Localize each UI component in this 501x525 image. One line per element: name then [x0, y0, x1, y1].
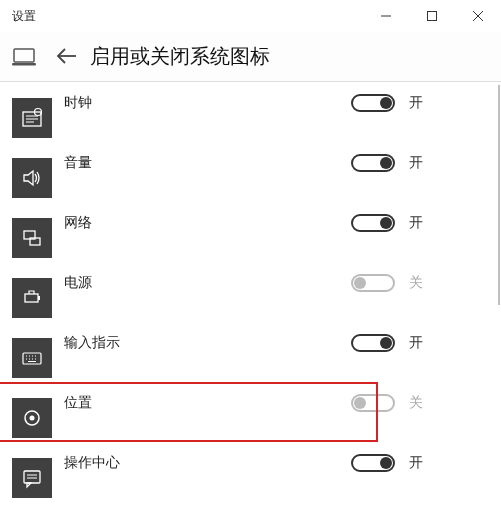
- row-clock-label: 时钟: [64, 88, 351, 112]
- row-power: 电源 关: [12, 268, 501, 328]
- svg-rect-1: [428, 12, 437, 21]
- close-button[interactable]: [455, 0, 501, 32]
- svg-marker-30: [27, 483, 31, 487]
- row-power-label: 电源: [64, 268, 351, 292]
- row-action-center: 操作中心 开: [12, 448, 501, 508]
- row-volume: 音量 开: [12, 148, 501, 208]
- toggle-location: [351, 394, 395, 412]
- svg-rect-15: [25, 294, 38, 302]
- row-location-label: 位置: [64, 388, 351, 412]
- page-title: 启用或关闭系统图标: [90, 43, 270, 70]
- svg-rect-4: [14, 49, 34, 62]
- scrollbar[interactable]: [498, 85, 500, 305]
- svg-rect-29: [24, 471, 40, 483]
- row-input-label: 输入指示: [64, 328, 351, 352]
- page-header: 启用或关闭系统图标: [0, 32, 501, 82]
- svg-point-28: [30, 416, 35, 421]
- minimize-button[interactable]: [363, 0, 409, 32]
- toggle-network[interactable]: [351, 214, 395, 232]
- svg-marker-12: [24, 171, 33, 185]
- toggle-input-state: 开: [409, 334, 423, 352]
- toggle-action-center[interactable]: [351, 454, 395, 472]
- maximize-button[interactable]: [409, 0, 455, 32]
- svg-rect-5: [12, 63, 36, 66]
- window-title: 设置: [12, 8, 363, 25]
- location-icon: [12, 398, 52, 438]
- toggle-volume[interactable]: [351, 154, 395, 172]
- row-input: 输入指示 开: [12, 328, 501, 388]
- toggle-input[interactable]: [351, 334, 395, 352]
- row-network: 网络 开: [12, 208, 501, 268]
- toggle-network-state: 开: [409, 214, 423, 232]
- row-volume-label: 音量: [64, 148, 351, 172]
- network-icon: [12, 218, 52, 258]
- action-center-icon: [12, 458, 52, 498]
- row-network-label: 网络: [64, 208, 351, 232]
- power-icon: [12, 278, 52, 318]
- row-clock: 时钟 开: [12, 88, 501, 148]
- row-action-center-label: 操作中心: [64, 448, 351, 472]
- row-location: 位置 关: [12, 388, 501, 448]
- toggle-power: [351, 274, 395, 292]
- settings-list: 时钟 开 音量 开 网络 开: [0, 82, 501, 525]
- toggle-power-state: 关: [409, 274, 423, 292]
- input-icon: [12, 338, 52, 378]
- back-button[interactable]: [56, 47, 76, 67]
- toggle-action-center-state: 开: [409, 454, 423, 472]
- toggle-volume-state: 开: [409, 154, 423, 172]
- toggle-clock-state: 开: [409, 94, 423, 112]
- device-icon: [12, 48, 36, 66]
- toggle-clock[interactable]: [351, 94, 395, 112]
- volume-icon: [12, 158, 52, 198]
- svg-rect-16: [38, 296, 40, 300]
- clock-icon: [12, 98, 52, 138]
- titlebar: 设置: [0, 0, 501, 32]
- toggle-location-state: 关: [409, 394, 423, 412]
